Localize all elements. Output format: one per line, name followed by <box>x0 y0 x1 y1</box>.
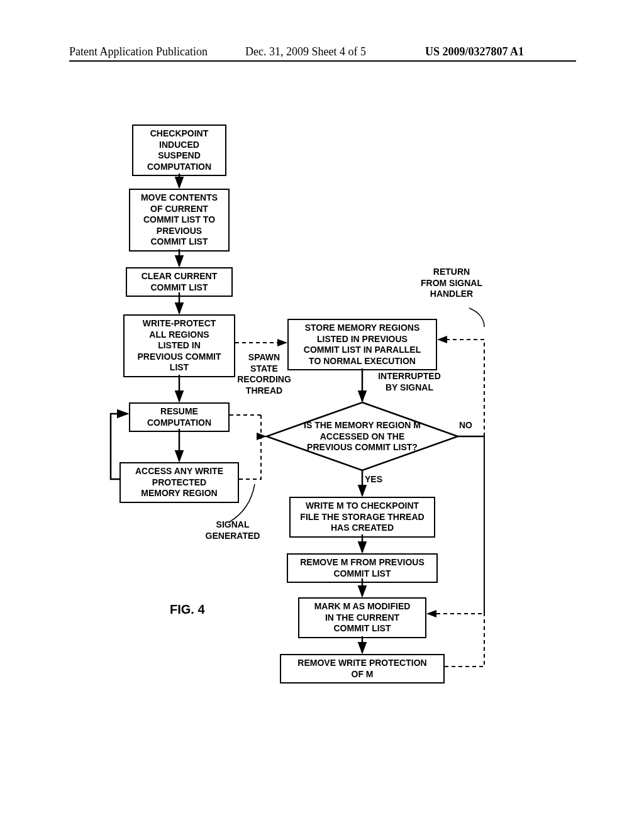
svg-marker-0 <box>267 402 458 470</box>
decision-text: IS THE MEMORY REGION MACCESSED ON THEPRE… <box>286 420 439 453</box>
header-left: Patent Application Publication <box>69 45 208 58</box>
box-write-m: WRITE M TO CHECKPOINTFILE THE STORAGE TH… <box>289 497 435 538</box>
header-center: Dec. 31, 2009 Sheet 4 of 5 <box>245 45 366 58</box>
label-interrupted: INTERRUPTEDBY SIGNAL <box>369 371 450 393</box>
box-store: STORE MEMORY REGIONSLISTED IN PREVIOUSCO… <box>287 319 437 370</box>
label-spawn: SPAWNSTATERECORDINGTHREAD <box>236 352 292 396</box>
label-no: NO <box>459 420 472 431</box>
header-right: US 2009/0327807 A1 <box>425 45 524 58</box>
box-remove-wp: REMOVE WRITE PROTECTIONOF M <box>280 654 445 683</box>
box-writeprotect: WRITE-PROTECTALL REGIONSLISTED INPREVIOU… <box>123 314 235 377</box>
wires <box>0 0 644 830</box>
box-access: ACCESS ANY WRITEPROTECTEDMEMORY REGION <box>119 462 239 503</box>
label-signal-generated: SIGNALGENERATED <box>195 519 270 541</box>
box-move: MOVE CONTENTSOF CURRENTCOMMIT LIST TOPRE… <box>129 189 230 252</box>
page: Patent Application Publication Dec. 31, … <box>0 0 644 830</box>
figure-label: FIG. 4 <box>170 602 205 617</box>
box-clear: CLEAR CURRENTCOMMIT LIST <box>126 267 233 297</box>
box-mark-m: MARK M AS MODIFIEDIN THE CURRENTCOMMIT L… <box>298 597 426 638</box>
box-resume: RESUMECOMPUTATION <box>129 402 230 432</box>
box-remove-m: REMOVE M FROM PREVIOUSCOMMIT LIST <box>287 553 438 583</box>
label-return: RETURNFROM SIGNALHANDLER <box>408 267 496 300</box>
box-checkpoint: CHECKPOINTINDUCEDSUSPENDCOMPUTATION <box>132 124 226 176</box>
label-yes: YES <box>365 474 382 485</box>
header-rule <box>69 60 576 62</box>
